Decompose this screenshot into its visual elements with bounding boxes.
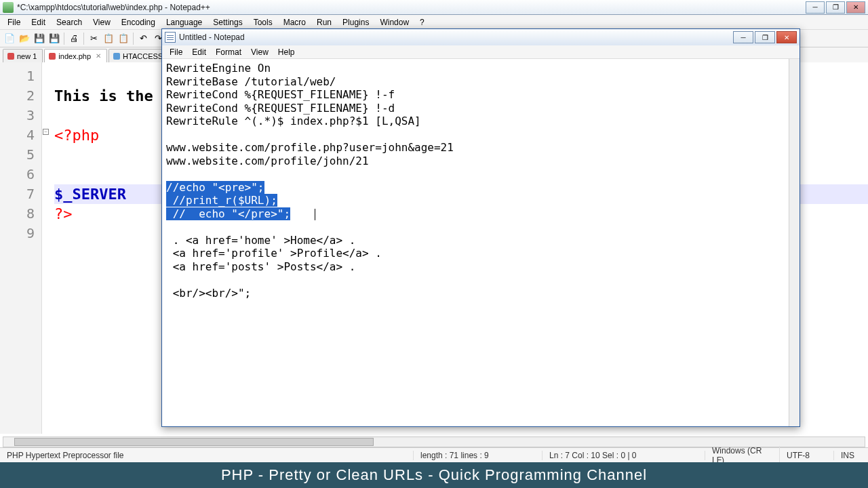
np-menu-format[interactable]: Format xyxy=(211,47,246,58)
status-encoding: UTF-8 xyxy=(780,451,834,460)
status-ins: INS xyxy=(834,451,868,460)
notepad-close-button[interactable]: ✕ xyxy=(776,31,797,43)
scroll-thumb[interactable] xyxy=(14,438,374,446)
status-lang: PHP Hypertext Preprocessor file xyxy=(0,451,414,460)
toolbar-sep xyxy=(133,33,134,45)
notepad-minimize-button[interactable]: ─ xyxy=(733,31,753,43)
notepad-maximize-button[interactable]: ❐ xyxy=(755,31,775,43)
menu-run[interactable]: Run xyxy=(312,16,336,28)
line-gutter: 123 456 789 xyxy=(0,62,42,434)
menu-edit[interactable]: Edit xyxy=(26,16,50,28)
paste-icon[interactable]: 📋 xyxy=(117,32,130,45)
npp-maximize-button[interactable]: ❐ xyxy=(826,1,845,14)
toolbar-sep xyxy=(83,33,84,45)
status-length: length : 71 lines : 9 xyxy=(414,451,542,460)
menu-help[interactable]: ? xyxy=(415,16,429,28)
file-icon xyxy=(113,53,120,60)
tab-new1[interactable]: new 1 xyxy=(3,49,43,62)
video-caption: PHP - Pretty or Clean URLs - Quick Progr… xyxy=(0,462,868,488)
menu-plugins[interactable]: Plugins xyxy=(338,16,374,28)
menu-macro[interactable]: Macro xyxy=(279,16,311,28)
menu-file[interactable]: File xyxy=(3,16,25,28)
tab-label: new 1 xyxy=(17,52,37,60)
notepad-menubar: File Edit Format View Help xyxy=(162,45,800,59)
npp-statusbar: PHP Hypertext Preprocessor file length :… xyxy=(0,447,868,462)
menu-tools[interactable]: Tools xyxy=(249,16,277,28)
menu-language[interactable]: Language xyxy=(161,16,207,28)
undo-icon[interactable]: ↶ xyxy=(136,32,150,45)
tab-label: index.php xyxy=(58,52,91,60)
notepad-window: Untitled - Notepad ─ ❐ ✕ File Edit Forma… xyxy=(161,28,800,427)
status-position: Ln : 7 Col : 10 Sel : 0 | 0 xyxy=(542,451,705,460)
tab-close-icon[interactable]: ✕ xyxy=(96,52,101,60)
tab-index-php[interactable]: index.php ✕ xyxy=(44,49,107,62)
npp-close-button[interactable]: ✕ xyxy=(846,1,865,14)
print-icon[interactable]: 🖨 xyxy=(67,32,81,45)
cut-icon[interactable]: ✂ xyxy=(87,32,100,45)
menu-encoding[interactable]: Encoding xyxy=(117,16,160,28)
npp-minimize-button[interactable]: ─ xyxy=(806,1,825,14)
notepad-app-icon xyxy=(165,32,176,43)
np-menu-help[interactable]: Help xyxy=(273,47,300,58)
fold-minus-icon[interactable]: − xyxy=(43,129,49,135)
np-menu-edit[interactable]: Edit xyxy=(187,47,211,58)
npp-title-text: *C:\xampp\htdocs\tutorial\web\index.php … xyxy=(17,3,806,12)
copy-icon[interactable]: 📋 xyxy=(102,32,115,45)
save-icon[interactable]: 💾 xyxy=(33,32,46,45)
menu-window[interactable]: Window xyxy=(375,16,414,28)
dirty-icon xyxy=(7,53,14,60)
menu-settings[interactable]: Settings xyxy=(208,16,247,28)
fold-column: − xyxy=(42,62,50,434)
open-file-icon[interactable]: 📂 xyxy=(18,32,31,45)
save-all-icon[interactable]: 💾 xyxy=(47,32,61,45)
new-file-icon[interactable]: 📄 xyxy=(3,32,16,45)
npp-app-icon xyxy=(3,2,14,13)
dirty-icon xyxy=(49,53,56,60)
np-menu-file[interactable]: File xyxy=(165,47,187,58)
notepad-textarea[interactable]: RewriteEngine On RewriteBase /tutorial/w… xyxy=(162,59,789,426)
menu-search[interactable]: Search xyxy=(52,16,87,28)
notepad-titlebar[interactable]: Untitled - Notepad ─ ❐ ✕ xyxy=(162,29,800,45)
toolbar-sep xyxy=(64,33,64,45)
np-menu-view[interactable]: View xyxy=(246,47,273,58)
tab-label: HTACCESS xyxy=(123,52,163,60)
menu-view[interactable]: View xyxy=(88,16,115,28)
npp-menubar: File Edit Search View Encoding Language … xyxy=(0,15,868,30)
notepad-vscroll[interactable] xyxy=(789,59,800,426)
notepad-title-text: Untitled - Notepad xyxy=(179,33,732,42)
tab-htaccess[interactable]: HTACCESS xyxy=(108,49,169,62)
npp-titlebar: *C:\xampp\htdocs\tutorial\web\index.php … xyxy=(0,0,868,15)
